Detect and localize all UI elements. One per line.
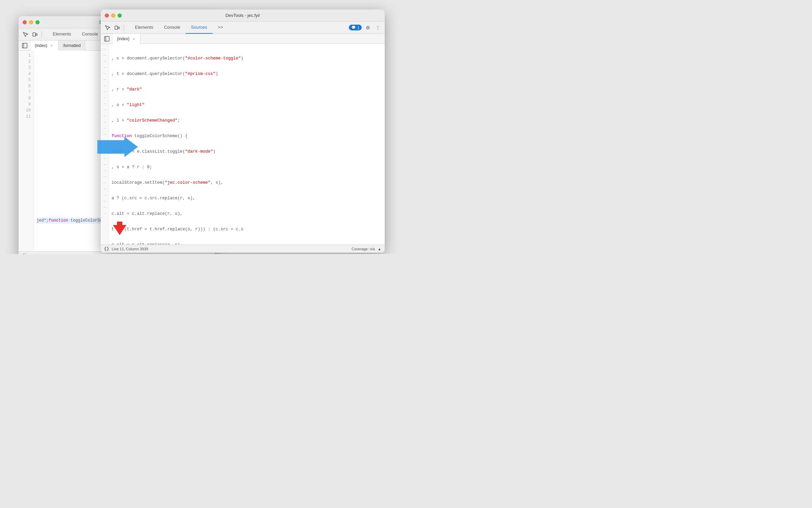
gutter-24 (101, 192, 109, 198)
right-more-tab[interactable]: >> (213, 22, 229, 34)
svg-rect-0 (33, 33, 35, 36)
left-index-tab-label: (index) (35, 43, 47, 48)
right-index-tab[interactable]: (index) × (113, 34, 141, 44)
right-coverage-icon: ▲ (378, 247, 381, 251)
left-formatted-tab-label: :formatted (63, 43, 81, 48)
gutter-12 (101, 119, 109, 125)
left-panel-toggle-icon[interactable] (20, 41, 29, 50)
right-window-title: DevTools - jec.fyi/ (225, 13, 260, 18)
gutter-4 (101, 70, 109, 76)
right-panel-toggle-icon[interactable] (102, 34, 112, 44)
right-toolbar: Elements Console Sources >> 💬 1 ⚙ ⋮ (101, 22, 385, 34)
left-elements-tab[interactable]: Elements (47, 28, 76, 41)
gutter-26 (101, 204, 109, 210)
gutter-10 (101, 107, 109, 113)
red-arrow (113, 222, 126, 236)
right-code-content: , c = document.querySelector("#color-sch… (109, 44, 385, 245)
left-format-button[interactable]: {} (22, 253, 27, 254)
right-elements-tab[interactable]: Elements (129, 22, 159, 34)
right-code-line-9: localStorage.setItem("jec.color-scheme",… (112, 180, 382, 186)
left-formatted-tab[interactable]: :formatted (58, 41, 85, 51)
right-code-line-12: t && (t.href = t.href.replace(o, r))) : … (112, 226, 382, 232)
right-toolbar-divider (124, 24, 124, 31)
left-device-icon[interactable] (31, 30, 39, 39)
gutter-9 (101, 101, 109, 107)
right-close-button[interactable] (105, 14, 109, 18)
left-inspect-icon[interactable] (21, 30, 29, 39)
left-console-tab[interactable]: Console (76, 28, 103, 41)
left-coverage-status: Coverage: n/a (182, 254, 205, 254)
svg-rect-6 (118, 27, 119, 29)
right-code-line-4: , o = "light" (112, 102, 382, 108)
left-close-button[interactable] (23, 20, 27, 24)
left-coverage-icon: ▲ (208, 254, 211, 254)
right-console-tab[interactable]: Console (159, 22, 186, 34)
svg-rect-2 (22, 43, 27, 48)
left-statusbar-right: Coverage: n/a ▲ (182, 254, 211, 254)
left-toolbar-divider (42, 31, 42, 38)
gutter-8 (101, 95, 109, 101)
right-code-line-1: , c = document.querySelector("#color-sch… (112, 55, 382, 61)
right-code-line-13: c.alt = c.alt.replace(o, r), (112, 242, 382, 245)
gutter-23 (101, 186, 109, 192)
right-file-tabs: (index) × (101, 34, 385, 44)
left-maximize-button[interactable] (35, 20, 40, 24)
left-traffic-lights (23, 20, 40, 24)
right-more-options-icon[interactable]: ⋮ (374, 24, 382, 32)
right-statusbar-right: Coverage: n/a ▲ (352, 247, 381, 251)
right-code-line-5: , l = "colorSchemeChanged"; (112, 118, 382, 124)
gutter-20 (101, 168, 109, 174)
gutter-3 (101, 64, 109, 70)
right-position-status: Line 11, Column 3939 (112, 247, 148, 251)
right-toolbar-tabs: Elements Console Sources >> (129, 22, 229, 34)
gutter-7 (101, 88, 109, 95)
left-index-tab[interactable]: (index) × (31, 41, 58, 51)
right-titlebar: DevTools - jec.fyi/ (101, 9, 385, 22)
right-sources-tab[interactable]: Sources (186, 22, 213, 34)
gutter-14 (101, 131, 109, 137)
gutter-2 (101, 58, 109, 64)
svg-rect-1 (36, 34, 37, 35)
svg-marker-4 (97, 137, 138, 157)
left-minimize-button[interactable] (29, 20, 33, 24)
right-minimize-button[interactable] (111, 14, 115, 18)
right-index-tab-close[interactable]: × (132, 36, 136, 41)
gutter-6 (101, 82, 109, 88)
left-line-numbers: 1 2 3 4 5 6 7 8 9 10 11 (19, 51, 34, 251)
left-selection-status: 9 characters selected (29, 254, 65, 254)
right-devtools-window: DevTools - jec.fyi/ Elements Console Sou… (101, 9, 385, 253)
right-index-tab-label: (index) (117, 36, 129, 41)
blue-arrow (97, 137, 138, 158)
right-maximize-button[interactable] (118, 14, 122, 18)
right-inspect-icon[interactable] (103, 24, 112, 32)
right-traffic-lights (105, 14, 122, 18)
right-code-line-6: function toggleColorScheme() { (112, 133, 382, 139)
gutter-25 (101, 198, 109, 204)
right-device-icon[interactable] (113, 24, 121, 32)
gutter-21 (101, 174, 109, 180)
gutter-5 (101, 76, 109, 82)
left-statusbar-left: {} 9 characters selected (22, 253, 65, 254)
gutter-0 (101, 46, 109, 52)
right-settings-icon[interactable]: ⚙ (364, 24, 372, 32)
gutter-19 (101, 161, 109, 168)
right-code-line-7: const a = e.classList.toggle("dark-mode"… (112, 149, 382, 155)
chat-count: 1 (357, 26, 359, 30)
right-chat-badge[interactable]: 💬 1 (349, 25, 362, 30)
right-code-line-11: c.alt = c.alt.replace(r, o), (112, 211, 382, 217)
right-code-area: , c = document.querySelector("#color-sch… (101, 44, 385, 245)
gutter-27 (101, 210, 109, 216)
right-code-line-3: , r = "dark" (112, 86, 382, 93)
gutter-13 (101, 125, 109, 131)
right-code-line-10: a ? (c.src = c.src.replace(r, o), (112, 195, 382, 201)
svg-marker-9 (113, 222, 126, 235)
right-format-button[interactable]: {} (104, 247, 109, 251)
right-code-line-2: , t = document.querySelector("#prism-css… (112, 71, 382, 77)
chat-icon: 💬 (351, 25, 356, 30)
right-statusbar-left: {} Line 11, Column 3939 (104, 247, 148, 251)
gutter-22 (101, 180, 109, 186)
left-index-tab-close[interactable]: × (49, 43, 54, 48)
right-coverage-status: Coverage: n/a (352, 247, 375, 251)
svg-rect-7 (104, 36, 109, 41)
right-statusbar: {} Line 11, Column 3939 Coverage: n/a ▲ (101, 245, 385, 253)
